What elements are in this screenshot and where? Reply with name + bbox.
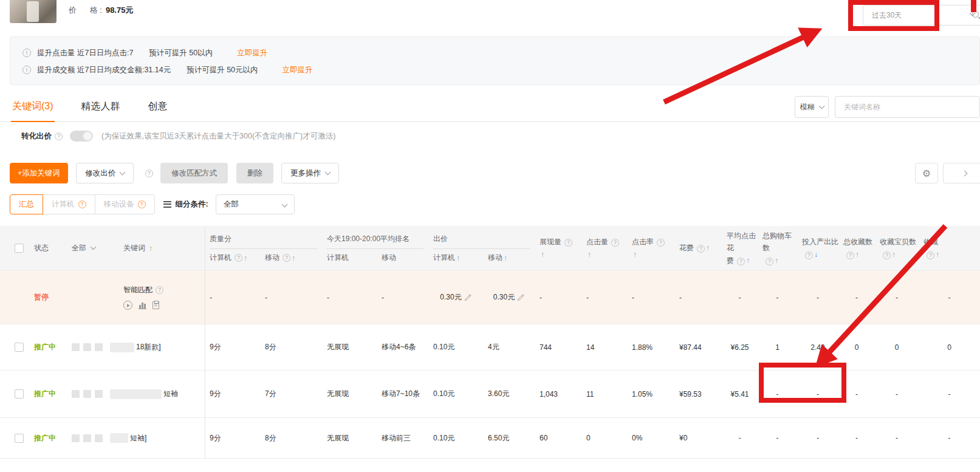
search-icon[interactable]: [972, 11, 979, 18]
edit-pencil-icon[interactable]: [517, 294, 524, 301]
column-header-keyword[interactable]: 关键词↑: [123, 243, 205, 253]
cell-impressions: 60: [535, 418, 581, 458]
view-mobile-label: 移动设备: [104, 199, 134, 210]
chevron-down-icon: [818, 103, 824, 109]
column-subheader[interactable]: 移动↑: [483, 253, 535, 263]
group-headers: 质量分计算机?↑移动?↑今天19:00-20:00平均排名计算机移动出价计算机↑…: [205, 226, 535, 270]
sort-asc-icon: ↑: [588, 250, 591, 259]
cell-clicks: 11: [581, 371, 627, 417]
edit-pencil-icon[interactable]: [464, 294, 471, 301]
help-icon: ?: [657, 239, 665, 247]
cell-rank-pc: 无展现: [322, 418, 377, 458]
help-icon: ?: [564, 239, 572, 247]
column-header-favorites-extra[interactable]: 收藏?↑: [919, 226, 980, 270]
row-checkbox[interactable]: [15, 343, 24, 352]
table-header: 状态 全部 关键词↑ 质量分计算机?↑移动?↑今天19:00-20:00平均排名…: [0, 226, 980, 270]
column-header-avg-click-cost[interactable]: 平均点击花费?↑: [722, 226, 758, 270]
row-checkbox[interactable]: [15, 434, 24, 443]
delete-button[interactable]: 删除: [236, 163, 273, 183]
cell-rank-mobile: 移动7~10条: [377, 371, 428, 417]
segment-condition-label: 细分条件:: [176, 199, 208, 210]
fixed-column-divider: [205, 226, 205, 459]
chevron-down-icon: [281, 202, 287, 208]
column-header-cost[interactable]: 花费?↑: [674, 226, 722, 270]
help-icon: ?: [846, 251, 854, 259]
promotion-notice-panel: ! 提升点击量 近7日日均点击:7 预计可提升 50以内 立即提升 ! 提升成交…: [10, 36, 980, 85]
column-group-0: 质量分计算机?↑移动?↑: [205, 226, 322, 270]
cell-roi: -: [797, 418, 838, 458]
help-icon: ?: [697, 245, 705, 253]
more-actions-button[interactable]: 更多操作: [281, 163, 339, 183]
sort-asc-icon: ↑: [892, 250, 896, 259]
view-mobile-button[interactable]: 移动设备?: [95, 194, 155, 214]
chevron-down-icon: [120, 169, 126, 175]
column-subheader[interactable]: 计算机?↑: [205, 253, 260, 263]
column-settings-button[interactable]: ⚙: [915, 163, 938, 183]
keyword-cell: 智能匹配?: [106, 271, 205, 324]
cell-rank-pc: -: [322, 271, 377, 324]
date-range-select[interactable]: 过去30天: [863, 5, 980, 26]
sort-asc-icon: ↑: [706, 244, 710, 252]
metric-headers: 展现量?↑点击量?↑点击率?↑花费?↑平均点击花费?↑总购物车数?↑投入产出比?…: [535, 226, 980, 270]
column-header-favorites[interactable]: 总收藏数?↑: [838, 226, 875, 270]
row-checkbox[interactable]: [15, 389, 24, 398]
column-subheader[interactable]: 移动?↑: [260, 253, 322, 263]
cell-impressions: 1,043: [535, 371, 581, 417]
column-subheader[interactable]: 计算机↑: [428, 253, 483, 263]
modify-match-button[interactable]: 修改匹配方式: [160, 163, 228, 183]
view-summary-button[interactable]: 汇总: [10, 194, 43, 214]
conversion-bid-toggle[interactable]: [70, 131, 93, 142]
view-pc-button[interactable]: 计算机?: [43, 194, 95, 214]
clipboard-icon[interactable]: [152, 301, 159, 309]
cell-rank-mobile: 移动4~6条: [377, 324, 428, 370]
conversion-bid-label: 转化出价: [21, 131, 52, 142]
column-header-impressions[interactable]: 展现量?↑: [535, 226, 581, 270]
cell-cost: ¥59.53: [674, 371, 722, 417]
redacted-keyword: [110, 343, 134, 352]
add-keyword-button[interactable]: +添加关键词: [10, 163, 68, 183]
play-icon[interactable]: [123, 301, 132, 310]
keyword-search-input[interactable]: [835, 96, 980, 118]
collapse-button[interactable]: [943, 163, 980, 183]
cell-bid-mobile[interactable]: 0.30元: [483, 271, 535, 324]
column-header-favorite-items[interactable]: 收藏宝贝数?↑: [875, 226, 919, 270]
redacted-icons: [72, 343, 106, 351]
tab-creative[interactable]: 创意: [147, 92, 169, 122]
column-header-clicks[interactable]: 点击量?↑: [581, 226, 627, 270]
chart-icon[interactable]: [139, 301, 146, 309]
cell-qs-pc: 9分: [205, 418, 260, 458]
cell-favorite-items: -: [875, 271, 919, 324]
cell-bid-pc[interactable]: 0.30元: [428, 271, 483, 324]
cell-favorite-items: -: [875, 371, 919, 417]
match-mode-select[interactable]: 模糊: [795, 96, 829, 118]
segment-condition-select[interactable]: 全部: [216, 194, 295, 214]
sort-desc-icon: ↓: [814, 250, 818, 259]
column-header-carts[interactable]: 总购物车数?↑: [758, 226, 797, 270]
sort-asc-icon: ↑: [775, 256, 778, 265]
boost-now-link[interactable]: 立即提升: [283, 65, 313, 75]
help-icon[interactable]: ?: [145, 169, 153, 177]
column-header-roi[interactable]: 投入产出比?↓: [797, 226, 838, 270]
cell-ctr: 1.05%: [627, 371, 674, 417]
select-all-checkbox[interactable]: [15, 244, 24, 253]
column-subheader: 移动: [377, 253, 428, 263]
tab-audience[interactable]: 精选人群: [80, 92, 122, 122]
gear-icon: ⚙: [922, 168, 931, 179]
tab-keywords[interactable]: 关键词(3): [11, 92, 55, 122]
sort-asc-icon: ↑: [292, 254, 295, 262]
table-body: 暂停智能匹配?----0.30元0.30元----------推广中18新款]9…: [0, 270, 980, 459]
cell-carts: 1: [758, 324, 797, 370]
cell-clicks: 14: [581, 324, 627, 370]
help-icon[interactable]: ?: [55, 132, 63, 140]
redacted-icons: [72, 390, 106, 398]
modify-bid-button[interactable]: 修改出价: [76, 163, 134, 183]
keyword-cell: 短袖]: [106, 418, 205, 458]
column-header-ctr[interactable]: 点击率?↑: [627, 226, 674, 270]
status-filter-dropdown[interactable]: 全部: [72, 243, 106, 253]
sort-asc-icon: ↑: [541, 250, 544, 259]
boost-now-link[interactable]: 立即提升: [237, 48, 267, 58]
help-icon: ?: [156, 286, 163, 294]
device-view-row: 汇总 计算机? 移动设备? 细分条件: 全部: [10, 194, 295, 214]
cell-bid-pc: 0.10元: [428, 371, 483, 417]
cell-bid-mobile: 3.60元: [483, 371, 535, 417]
